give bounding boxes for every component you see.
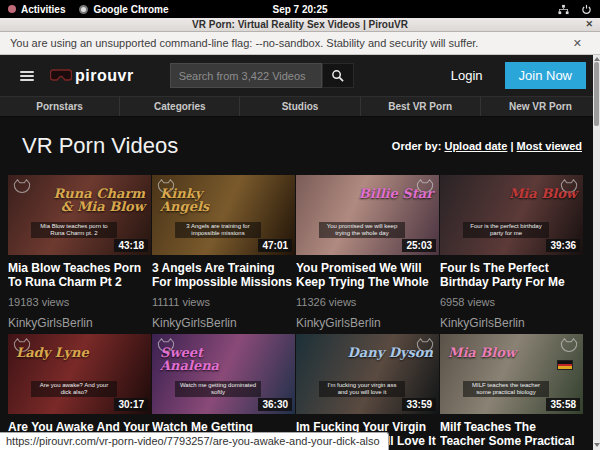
thumbnail-performer-name: Billie Star [359,187,433,200]
video-title[interactable]: Milf Teaches The Teacher Some Practical … [440,420,583,448]
video-thumbnail[interactable]: Kinky Angels 3 Angels are training for i… [152,175,295,255]
join-now-button[interactable]: Join Now [505,62,586,89]
order-upload-date-link[interactable]: Upload date [444,140,507,152]
system-top-bar: Activities Google Chrome Sep 7 20:25 [0,0,600,18]
nav-best-vr-porn[interactable]: Best VR Porn [361,97,481,116]
studio-link[interactable]: KinkyGirlsBerlin [296,316,439,331]
video-title[interactable]: Four Is The Perfect Birthday Party For M… [440,261,583,289]
link-status-bar: https://pirouvr.com/vr-porn-video/779325… [0,432,389,450]
nav-pornstars[interactable]: Pornstars [0,97,120,116]
login-link[interactable]: Login [451,68,483,83]
order-by-label: Order by: [392,140,442,152]
thumbnail-caption: 3 Angels are training for impossible mis… [175,222,261,238]
video-thumbnail[interactable]: Runa Charm & Mia Blow Mia Blow teaches p… [8,175,151,255]
window-close-button[interactable]: ✕ [585,19,593,29]
video-card-1[interactable]: Runa Charm & Mia Blow Mia Blow teaches p… [8,175,151,331]
vr-headset-logo-icon [50,69,72,82]
window-titlebar[interactable]: VR Porn: Virtual Reality Sex Videos | Pi… [0,18,600,32]
scrollbar-down-arrow-icon[interactable] [594,443,600,447]
studio-link[interactable]: KinkyGirlsBerlin [440,316,583,331]
thumbnail-performer-name: Runa Charm & Mia Blow [53,187,145,213]
duration-badge: 36:30 [258,398,292,411]
thumbnail-caption: You promised we will keep trying the who… [319,222,405,238]
video-title[interactable]: 3 Angels Are Training For Impossible Mis… [152,261,295,289]
logo-text: pirouvr [75,67,134,85]
studio-cat-mask-icon [560,338,578,353]
studio-cat-mask-icon [13,179,31,194]
duration-badge: 35:58 [546,398,580,411]
thumbnail-performer-name: Dany Dyson [348,346,434,359]
system-clock[interactable]: Sep 7 20:25 [0,4,600,15]
order-most-viewed-link[interactable]: Most viewed [517,140,582,152]
duration-badge: 25:03 [402,239,436,252]
thumbnail-performer-name: Lady Lyne [16,346,89,359]
main-nav: Pornstars Categories Studios Best VR Por… [0,96,600,117]
nav-new-vr-porn[interactable]: New VR Porn [481,97,600,116]
video-thumbnail[interactable]: Lady Lyne Are you awake? And your dick a… [8,334,151,414]
video-title[interactable]: You Promised We Will Keep Trying The Who… [296,261,439,289]
view-count: 6958 views [440,296,583,308]
thumbnail-performer-name: Mia Blow [448,346,516,359]
duration-badge: 47:01 [258,239,292,252]
video-title[interactable]: Mia Blow Teaches Porn To Runa Charm Pt 2 [8,261,151,289]
duration-badge: 43:18 [114,239,148,252]
search-button[interactable] [322,63,354,88]
nav-studios[interactable]: Studios [240,97,360,116]
site-header: pirouvr Login Join Now [0,55,600,96]
thumbnail-performer-name: Mia Blow [509,187,577,200]
video-thumbnail[interactable]: Mia Blow MILF teaches the teacher some p… [440,334,583,414]
scrollbar-up-arrow-icon[interactable] [594,57,600,61]
order-by: Order by: Upload date | Most viewed [392,140,582,152]
studio-link[interactable]: KinkyGirlsBerlin [8,316,151,331]
thumbnail-caption: Are you awake? And your dick also? [31,381,117,397]
site-logo[interactable]: pirouvr [50,67,134,85]
german-flag-icon [557,360,573,370]
studio-link[interactable]: KinkyGirlsBerlin [152,316,295,331]
search-input[interactable] [170,63,322,88]
menu-icon[interactable] [20,71,34,81]
video-thumbnail[interactable]: Mia Blow Four is the perfect birthday pa… [440,175,583,255]
thumbnail-performer-name: Kinky Angels [160,187,252,213]
video-thumbnail[interactable]: Dany Dyson I'm fucking your virgin ass a… [296,334,439,414]
thumbnail-caption: Mia Blow teaches porn to Runa Charm pt. … [31,222,117,238]
search-icon [331,69,344,82]
view-count: 11326 views [296,296,439,308]
infobar-close-button[interactable]: ✕ [573,37,590,50]
video-card-4[interactable]: Mia Blow Four is the perfect birthday pa… [440,175,583,331]
duration-badge: 33:59 [402,398,436,411]
scrollbar-thumb[interactable] [594,62,599,126]
thumbnail-caption: Watch me getting dominated softly [175,381,261,397]
view-count: 11111 views [152,296,295,308]
thumbnail-caption: Four is the perfect birthday party for m… [463,222,549,238]
power-icon[interactable] [581,4,592,15]
video-card-2[interactable]: Kinky Angels 3 Angels are training for i… [152,175,295,331]
video-grid: Runa Charm & Mia Blow Mia Blow teaches p… [8,175,600,450]
video-card-8[interactable]: Mia Blow MILF teaches the teacher some p… [440,334,583,450]
view-count: 19183 views [8,296,151,308]
web-content: pirouvr Login Join Now Pornstars Categor… [0,55,600,450]
page-title: VR Porn Videos [22,133,178,159]
thumbnail-caption: I'm fucking your virgin ass and you will… [319,381,405,397]
duration-badge: 39:36 [546,239,580,252]
page-scrollbar[interactable] [593,55,600,450]
nav-categories[interactable]: Categories [120,97,240,116]
network-icon[interactable] [558,4,569,15]
infobar-message: You are using an unsupported command-lin… [10,37,478,49]
video-thumbnail[interactable]: Billie Star You promised we will keep tr… [296,175,439,255]
thumbnail-caption: MILF teaches the teacher some practical … [463,381,549,397]
video-thumbnail[interactable]: Sweet Analena Watch me getting dominated… [152,334,295,414]
video-card-3[interactable]: Billie Star You promised we will keep tr… [296,175,439,331]
thumbnail-performer-name: Sweet Analena [160,346,252,372]
window-title: VR Porn: Virtual Reality Sex Videos | Pi… [192,19,408,30]
duration-badge: 30:17 [114,398,148,411]
chrome-infobar: You are using an unsupported command-lin… [0,32,600,55]
